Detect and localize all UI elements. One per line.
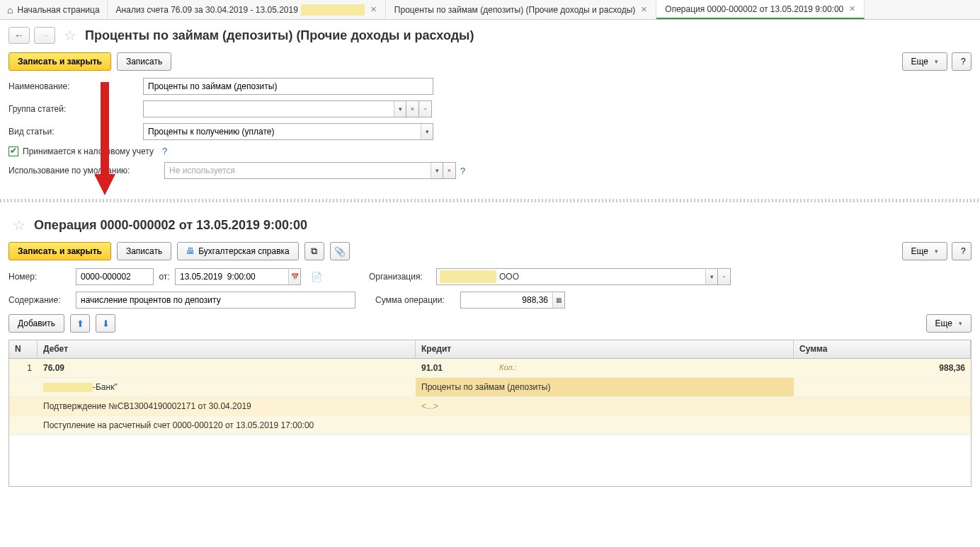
attachment-button[interactable]: 📎 [330, 242, 350, 260]
sum-value: 988,36 [794, 359, 971, 378]
tab-label: Операция 0000-000002 от 13.05.2019 9:00:… [665, 4, 843, 14]
quantity-label: Кол.: [499, 363, 517, 373]
col-credit[interactable]: Кредит [416, 340, 794, 358]
help-icon[interactable]: ? [460, 166, 465, 176]
table-subrow[interactable]: Поступление на расчетный счет 0000-00012… [9, 416, 971, 435]
dropdown-icon[interactable]: ▾ [705, 268, 718, 285]
dropdown-icon[interactable]: ▾ [394, 100, 406, 117]
sum-op-label: Сумма операции: [375, 295, 460, 305]
table-subrow[interactable]: Подтверждение №СВ13004190002171 от 30.04… [9, 397, 971, 416]
debit-sub2: Подтверждение №СВ13004190002171 от 30.04… [38, 397, 416, 416]
clear-icon[interactable]: × [443, 162, 456, 179]
col-n[interactable]: N [9, 340, 38, 358]
page-title: Проценты по займам (депозиты) (Прочие до… [85, 28, 474, 43]
type-label: Вид статьи: [8, 127, 143, 137]
nav-row: ☆ Операция 0000-000002 от 13.05.2019 9:0… [8, 217, 972, 234]
content-label: Содержание: [8, 295, 76, 305]
tab-analysis[interactable]: Анализ счета 76.09 за 30.04.2019 - 13.05… [108, 0, 386, 19]
number-input[interactable] [76, 268, 154, 285]
usage-input[interactable] [164, 162, 431, 179]
content-input[interactable] [76, 292, 355, 309]
link-button[interactable]: ⧉ [304, 242, 324, 260]
table-subrow[interactable]: -Банк" Проценты по займам (депозиты) [9, 378, 971, 397]
close-icon[interactable]: ✕ [641, 5, 647, 14]
col-debit[interactable]: Дебет [38, 340, 416, 358]
table-header: N Дебет Кредит Сумма [9, 340, 971, 359]
debit-account: 76.09 [38, 359, 416, 378]
toolbar-2: Записать и закрыть Записать 🖶 Бухгалтерс… [8, 242, 972, 260]
from-label: от: [154, 272, 175, 282]
save-button[interactable]: Записать [117, 242, 171, 260]
col-sum[interactable]: Сумма [794, 340, 971, 358]
tab-home-label: Начальная страница [17, 5, 99, 15]
help-button[interactable]: ? [952, 242, 972, 260]
tax-label: Принимается к налоговому учету [23, 146, 154, 156]
name-input[interactable] [143, 78, 433, 95]
nav-row: ← → ☆ Проценты по займам (депозиты) (Про… [8, 27, 972, 44]
debit-sub3: Поступление на расчетный счет 0000-00012… [38, 416, 416, 435]
calendar-icon[interactable]: 📅 [288, 268, 301, 285]
group-label: Группа статей: [8, 104, 143, 114]
credit-sub2: <...> [416, 397, 794, 416]
save-button[interactable]: Записать [117, 52, 171, 71]
favorite-icon[interactable]: ☆ [64, 27, 76, 44]
toolbar: Записать и закрыть Записать Еще ? [8, 52, 972, 71]
credit-account: 91.01 [421, 363, 443, 373]
page-title-2: Операция 0000-000002 от 13.05.2019 9:00:… [34, 218, 307, 233]
table-body: 1 76.09 91.01 Кол.: 988,36 -Банк" Процен… [9, 359, 971, 486]
type-input[interactable] [143, 123, 421, 140]
section-divider [0, 199, 980, 202]
debit-sub1: -Банк" [38, 378, 416, 397]
post-button[interactable]: 📄 [307, 267, 326, 286]
clear-icon[interactable]: × [406, 100, 419, 117]
more-button[interactable]: Еще [926, 314, 972, 333]
entries-table: N Дебет Кредит Сумма 1 76.09 91.01 Кол.:… [8, 340, 972, 487]
cell-n: 1 [9, 359, 38, 378]
move-down-button[interactable]: ⬇ [96, 314, 115, 333]
dropdown-icon[interactable]: ▾ [421, 123, 433, 140]
add-button[interactable]: Добавить [8, 314, 64, 333]
help-icon[interactable]: ? [162, 146, 167, 156]
forward-button[interactable]: → [34, 27, 55, 44]
dropdown-icon[interactable]: ▾ [431, 162, 443, 179]
save-close-button[interactable]: Записать и закрыть [8, 52, 111, 71]
credit-sub1: Проценты по займам (депозиты) [416, 378, 794, 397]
close-icon[interactable]: ✕ [849, 4, 855, 13]
more-button[interactable]: Еще [902, 52, 947, 71]
redaction-box [43, 383, 93, 392]
tax-checkbox[interactable] [8, 146, 18, 156]
accounting-ref-button[interactable]: 🖶 Бухгалтерская справка [177, 242, 299, 260]
move-up-button[interactable]: ⬆ [70, 314, 90, 333]
tab-bar: ⌂ Начальная страница Анализ счета 76.09 … [0, 0, 980, 20]
credit-cell: 91.01 Кол.: [416, 359, 794, 378]
save-close-button[interactable]: Записать и закрыть [8, 242, 111, 260]
date-input[interactable] [175, 268, 288, 285]
group-input[interactable] [143, 100, 394, 117]
redaction-box [301, 4, 365, 16]
back-button[interactable]: ← [8, 27, 30, 44]
open-icon[interactable]: ▫ [419, 100, 432, 117]
tab-home[interactable]: ⌂ Начальная страница [0, 0, 108, 19]
home-icon: ⌂ [7, 4, 13, 16]
name-label: Наименование: [8, 81, 143, 91]
print-icon: 🖶 [186, 246, 195, 256]
tab-operation[interactable]: Операция 0000-000002 от 13.05.2019 9:00:… [656, 0, 865, 19]
org-label: Организация: [369, 272, 436, 282]
more-button[interactable]: Еще [902, 242, 947, 260]
tab-interest[interactable]: Проценты по займам (депозиты) (Прочие до… [386, 0, 656, 19]
table-row[interactable]: 1 76.09 91.01 Кол.: 988,36 [9, 359, 971, 378]
close-icon[interactable]: ✕ [370, 5, 377, 14]
calc-icon[interactable]: ▦ [552, 292, 565, 309]
open-icon[interactable]: ▫ [718, 268, 731, 285]
help-button[interactable]: ? [952, 52, 972, 71]
tab-label: Проценты по займам (депозиты) (Прочие до… [394, 5, 635, 15]
redaction-box [440, 270, 496, 283]
org-value: ООО [499, 272, 519, 282]
accounting-ref-label: Бухгалтерская справка [198, 246, 290, 256]
sum-op-input[interactable] [460, 292, 552, 309]
favorite-icon[interactable]: ☆ [13, 217, 25, 234]
tab-label: Анализ счета 76.09 за 30.04.2019 - 13.05… [116, 5, 298, 15]
number-label: Номер: [8, 272, 76, 282]
usage-label: Использование по умолчанию: [8, 166, 164, 175]
